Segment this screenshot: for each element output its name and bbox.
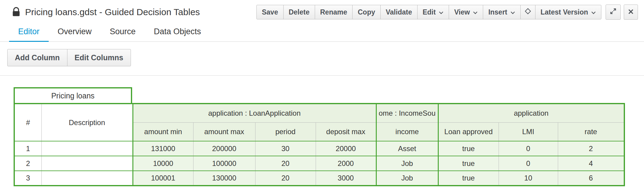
copy-button[interactable]: Copy: [352, 5, 381, 19]
table-row: 1 131000 200000 30 20000 Asset true 0 2: [14, 141, 624, 156]
row-number-cell[interactable]: 1: [14, 141, 41, 156]
tab-data-objects[interactable]: Data Objects: [145, 22, 210, 42]
app-window: Pricing loans.gdst - Guided Decision Tab…: [0, 0, 644, 186]
chevron-down-icon: [591, 11, 596, 14]
loan-approved-cell[interactable]: true: [438, 156, 499, 171]
period-cell[interactable]: 20: [255, 171, 316, 186]
main-button-group: Save Delete Rename Copy Validate Edit Vi…: [256, 5, 601, 19]
action-toolbar: Save Delete Rename Copy Validate Edit Vi…: [256, 5, 638, 20]
rate-cell[interactable]: 4: [558, 156, 624, 171]
chevron-down-icon: [510, 11, 515, 14]
tab-source[interactable]: Source: [101, 22, 145, 42]
insert-menu-button[interactable]: Insert: [483, 5, 521, 19]
rename-label: Rename: [320, 8, 347, 16]
add-column-button[interactable]: Add Column: [7, 49, 67, 66]
validate-button[interactable]: Validate: [380, 5, 418, 19]
amount-max-cell[interactable]: 130000: [193, 171, 255, 186]
table-row: 2 10000 100000 20 2000 Job true 0 4: [14, 156, 624, 171]
column-header-income[interactable]: income: [376, 122, 438, 141]
period-cell[interactable]: 30: [255, 141, 316, 156]
group-header-application[interactable]: application: [438, 104, 624, 122]
view-label: View: [454, 8, 470, 16]
column-header-period[interactable]: period: [255, 122, 316, 141]
group-header-income-source[interactable]: ome : IncomeSou: [376, 104, 438, 122]
description-cell[interactable]: [41, 171, 133, 186]
income-cell[interactable]: Job: [376, 156, 438, 171]
column-header-amount-min[interactable]: amount min: [133, 122, 193, 141]
decision-table: # Description application : LoanApplicat…: [14, 103, 625, 186]
group-header-loan-application[interactable]: application : LoanApplication: [133, 104, 376, 122]
amount-min-cell[interactable]: 10000: [133, 156, 193, 171]
column-header-loan-approved[interactable]: Loan approved: [438, 122, 499, 141]
column-header-description[interactable]: Description: [41, 104, 133, 141]
rate-cell[interactable]: 6: [558, 171, 624, 186]
delete-label: Delete: [289, 8, 310, 16]
description-cell[interactable]: [41, 156, 133, 171]
tab-bar: Editor Overview Source Data Objects: [0, 22, 644, 42]
delete-button[interactable]: Delete: [283, 5, 315, 19]
title-bar: Pricing loans.gdst - Guided Decision Tab…: [0, 0, 644, 22]
chevron-down-icon: [473, 11, 478, 14]
title-wrap: Pricing loans.gdst - Guided Decision Tab…: [12, 7, 200, 18]
latest-version-label: Latest Version: [541, 8, 588, 16]
column-header-amount-max[interactable]: amount max: [193, 122, 255, 141]
edit-menu-button[interactable]: Edit: [417, 5, 449, 19]
page-title: Pricing loans.gdst - Guided Decision Tab…: [25, 7, 200, 17]
tab-editor[interactable]: Editor: [9, 22, 49, 42]
loan-approved-cell[interactable]: true: [438, 171, 499, 186]
group-header-row: # Description application : LoanApplicat…: [14, 104, 624, 122]
amount-min-cell[interactable]: 131000: [133, 141, 193, 156]
save-label: Save: [262, 8, 278, 16]
validate-label: Validate: [386, 8, 412, 16]
income-cell[interactable]: Job: [376, 171, 438, 186]
save-button[interactable]: Save: [256, 5, 284, 19]
expand-button[interactable]: [606, 5, 621, 20]
edit-label: Edit: [423, 8, 436, 16]
deposit-max-cell[interactable]: 3000: [316, 171, 376, 186]
description-cell[interactable]: [41, 141, 133, 156]
amount-max-cell[interactable]: 100000: [193, 156, 255, 171]
close-button[interactable]: [624, 5, 638, 20]
rate-cell[interactable]: 2: [558, 141, 624, 156]
row-number-cell[interactable]: 2: [14, 156, 41, 171]
rename-button[interactable]: Rename: [315, 5, 353, 19]
lmi-cell[interactable]: 0: [499, 156, 558, 171]
column-header-number[interactable]: #: [14, 104, 41, 141]
diamond-icon: [525, 8, 531, 16]
editor-canvas: Pricing loans # Description application …: [0, 76, 644, 186]
latest-version-button[interactable]: Latest Version: [535, 5, 601, 19]
lock-icon: [12, 7, 20, 18]
income-cell[interactable]: Asset: [376, 141, 438, 156]
edit-columns-button[interactable]: Edit Columns: [67, 49, 131, 66]
table-caption[interactable]: Pricing loans: [14, 87, 132, 104]
loan-approved-cell[interactable]: true: [438, 141, 499, 156]
close-icon: [628, 8, 634, 16]
amount-max-cell[interactable]: 200000: [193, 141, 255, 156]
window-button-group: [606, 5, 638, 20]
deposit-max-cell[interactable]: 20000: [316, 141, 376, 156]
diamond-button[interactable]: [520, 5, 535, 19]
column-header-deposit-max[interactable]: deposit max: [316, 122, 376, 141]
lmi-cell[interactable]: 0: [499, 141, 558, 156]
table-row: 3 100001 130000 20 3000 Job true 10 6: [14, 171, 624, 186]
period-cell[interactable]: 20: [255, 156, 316, 171]
amount-min-cell[interactable]: 100001: [133, 171, 193, 186]
copy-label: Copy: [358, 8, 375, 16]
column-button-group: Add Column Edit Columns: [7, 49, 644, 66]
column-header-rate[interactable]: rate: [558, 122, 624, 141]
column-toolbar: Add Column Edit Columns: [0, 42, 644, 75]
view-menu-button[interactable]: View: [449, 5, 483, 19]
row-number-cell[interactable]: 3: [14, 171, 41, 186]
expand-icon: [610, 8, 616, 16]
deposit-max-cell[interactable]: 2000: [316, 156, 376, 171]
column-header-lmi[interactable]: LMI: [499, 122, 558, 141]
chevron-down-icon: [439, 11, 444, 14]
tab-overview[interactable]: Overview: [49, 22, 101, 42]
lmi-cell[interactable]: 10: [499, 171, 558, 186]
insert-label: Insert: [488, 8, 507, 16]
